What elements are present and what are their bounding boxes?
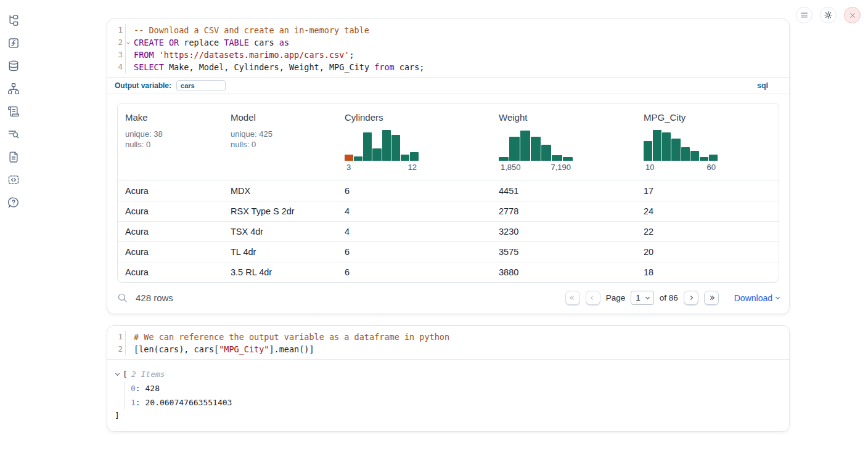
column-title: Model bbox=[231, 112, 337, 123]
collapse-chevron-icon[interactable] bbox=[115, 371, 120, 376]
next-page-button[interactable] bbox=[684, 291, 698, 305]
python-cell: 1# We can reference the output variable … bbox=[107, 325, 790, 432]
hist-bar bbox=[401, 155, 409, 161]
code-line[interactable]: 2CREATE OR replace TABLE cars as bbox=[107, 36, 789, 49]
last-page-button[interactable] bbox=[704, 291, 719, 305]
code-token bbox=[154, 50, 159, 60]
code-token: Make, Model, Cylinders, Weight, MPG_City bbox=[164, 62, 374, 72]
table-cell: 4451 bbox=[491, 186, 636, 196]
sql-code-editor[interactable]: 1-- Download a CSV and create an in-memo… bbox=[107, 19, 789, 77]
item-index: 1 bbox=[131, 398, 136, 407]
notebook: 1-- Download a CSV and create an in-memo… bbox=[107, 18, 790, 432]
search-icon[interactable] bbox=[117, 293, 128, 303]
python-code-editor[interactable]: 1# We can reference the output variable … bbox=[107, 326, 789, 359]
code-line[interactable]: 1-- Download a CSV and create an in-memo… bbox=[107, 24, 789, 36]
output-variable-input[interactable] bbox=[176, 80, 226, 91]
code-token: ; bbox=[350, 50, 354, 60]
hamburger-icon bbox=[800, 11, 808, 19]
previous-page-button[interactable] bbox=[586, 291, 600, 305]
page-select-value: 1 bbox=[636, 293, 641, 302]
variables-icon[interactable] bbox=[7, 36, 20, 49]
page-of-label: of 86 bbox=[660, 293, 678, 302]
code-line[interactable]: 2[len(cars), cars["MPG_City"].mean()] bbox=[107, 343, 789, 355]
column-header-cylinders[interactable]: Cylinders312 bbox=[337, 112, 491, 175]
table-cell: 6 bbox=[337, 267, 491, 277]
column-histogram: 1,8507,190 bbox=[499, 129, 573, 172]
table-row[interactable]: AcuraTSX 4dr4323022 bbox=[118, 221, 779, 241]
hist-bar bbox=[644, 141, 652, 161]
column-header-weight[interactable]: Weight1,8507,190 bbox=[491, 112, 636, 175]
code-token: ].mean()] bbox=[269, 344, 314, 354]
table-row[interactable]: AcuraMDX6445117 bbox=[118, 180, 779, 201]
close-bracket: ] bbox=[115, 411, 779, 420]
first-page-button[interactable] bbox=[565, 291, 580, 305]
hist-bar bbox=[541, 145, 551, 161]
logs-icon[interactable] bbox=[7, 127, 20, 140]
column-stats: unique: 425nulls: 0 bbox=[231, 129, 337, 150]
table-cell: TL 4dr bbox=[223, 247, 337, 257]
code-line[interactable]: 1# We can reference the output variable … bbox=[107, 331, 789, 343]
python-output: [ 2 Items 0: 4281: 20.060747663551403 ] bbox=[107, 359, 789, 431]
chevron-right-icon bbox=[689, 296, 693, 300]
pagination: Page 1 of 86 Download bbox=[565, 291, 779, 305]
column-header-model[interactable]: Modelunique: 425nulls: 0 bbox=[223, 112, 337, 175]
hist-bar bbox=[372, 148, 381, 161]
hist-bar bbox=[509, 137, 519, 161]
file-explorer-icon[interactable] bbox=[7, 14, 20, 26]
table-cell: 3230 bbox=[491, 227, 636, 237]
code-token: -- Download a CSV and create an in-memor… bbox=[134, 25, 369, 35]
scratchpad-icon[interactable] bbox=[7, 105, 20, 118]
documentation-icon[interactable] bbox=[7, 150, 20, 163]
hist-axis-labels: 312 bbox=[345, 161, 419, 172]
hist-bar bbox=[563, 157, 573, 161]
hist-min-label: 3 bbox=[346, 163, 351, 172]
hist-bar bbox=[662, 132, 671, 161]
hist-bar bbox=[391, 135, 400, 161]
help-icon[interactable] bbox=[7, 196, 20, 209]
column-stats: unique: 38nulls: 0 bbox=[125, 129, 223, 150]
table-body: AcuraMDX6445117AcuraRSX Type S 2dr427782… bbox=[118, 180, 779, 282]
menu-button[interactable] bbox=[796, 7, 813, 23]
column-header-make[interactable]: Makeunique: 38nulls: 0 bbox=[118, 112, 223, 175]
table-cell: Acura bbox=[118, 247, 223, 257]
shutdown-button[interactable] bbox=[844, 7, 861, 23]
column-header-mpg_city[interactable]: MPG_City1060 bbox=[636, 112, 779, 175]
chevron-left-icon bbox=[591, 296, 595, 300]
datasources-icon[interactable] bbox=[7, 59, 20, 72]
hist-bar bbox=[690, 151, 699, 161]
hist-axis-labels: 1,8507,190 bbox=[499, 161, 573, 172]
download-button[interactable]: Download bbox=[734, 293, 779, 303]
table-cell: 3880 bbox=[491, 267, 636, 277]
code-token: as bbox=[279, 38, 289, 47]
page-select[interactable]: 1 bbox=[631, 291, 654, 305]
table-cell: 17 bbox=[636, 186, 779, 196]
table-cell: 18 bbox=[636, 267, 779, 277]
snippets-icon[interactable] bbox=[7, 173, 20, 186]
hist-max-label: 12 bbox=[408, 163, 417, 172]
line-number: 2 bbox=[107, 36, 126, 49]
items-count-label: 2 Items bbox=[131, 370, 165, 379]
code-line[interactable]: 3FROM 'https://datasets.marimo.app/cars.… bbox=[107, 49, 789, 61]
code-token: FROM bbox=[134, 50, 154, 60]
table-cell: 6 bbox=[337, 186, 491, 196]
table-cell: Acura bbox=[118, 186, 223, 196]
column-title: Make bbox=[125, 112, 223, 123]
line-number: 1 bbox=[107, 331, 126, 343]
output-variable-row: Output variable: sql bbox=[107, 77, 789, 94]
table-row[interactable]: AcuraTL 4dr6357520 bbox=[118, 241, 779, 262]
settings-button[interactable] bbox=[820, 7, 837, 23]
column-title: MPG_City bbox=[644, 112, 779, 123]
code-token bbox=[164, 38, 169, 47]
dependency-graph-icon[interactable] bbox=[7, 82, 20, 95]
hist-bar bbox=[520, 131, 530, 161]
table-footer: 428 rows Page 1 of 86 bbox=[107, 283, 789, 313]
table-cell: 3.5 RL 4dr bbox=[223, 267, 337, 277]
hist-bar bbox=[499, 157, 509, 161]
table-cell: 4 bbox=[337, 227, 491, 237]
table-row[interactable]: Acura3.5 RL 4dr6388018 bbox=[118, 262, 779, 282]
hist-min-label: 1,850 bbox=[501, 163, 521, 172]
table-cell: 2778 bbox=[491, 206, 636, 216]
code-line[interactable]: 4SELECT Make, Model, Cylinders, Weight, … bbox=[107, 61, 789, 73]
hist-bar bbox=[363, 132, 372, 161]
table-row[interactable]: AcuraRSX Type S 2dr4277824 bbox=[118, 201, 779, 221]
